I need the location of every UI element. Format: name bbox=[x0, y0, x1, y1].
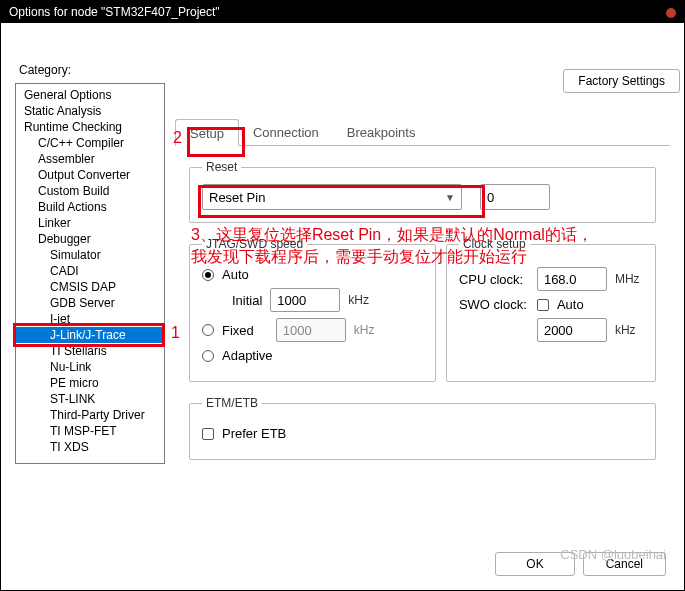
swo-auto-checkbox[interactable] bbox=[537, 299, 549, 311]
swo-clock-label: SWO clock: bbox=[459, 297, 529, 312]
cat-jlink-jtrace[interactable]: J-Link/J-Trace bbox=[16, 327, 164, 343]
initial-unit: kHz bbox=[348, 293, 369, 307]
swo-clock-unit: kHz bbox=[615, 323, 636, 337]
radio-auto[interactable] bbox=[202, 269, 214, 281]
cat-ti-mspfet[interactable]: TI MSP-FET bbox=[16, 423, 164, 439]
reset-type-select[interactable]: Reset Pin ▼ bbox=[202, 184, 462, 210]
radio-auto-label: Auto bbox=[222, 267, 249, 282]
radio-fixed-label: Fixed bbox=[222, 323, 254, 338]
cat-ijet[interactable]: I-jet bbox=[16, 311, 164, 327]
cat-build-actions[interactable]: Build Actions bbox=[16, 199, 164, 215]
category-list[interactable]: General Options Static Analysis Runtime … bbox=[15, 83, 165, 464]
cat-cpp-compiler[interactable]: C/C++ Compiler bbox=[16, 135, 164, 151]
cat-ti-stellaris[interactable]: TI Stellaris bbox=[16, 343, 164, 359]
reset-value-input[interactable]: 0 bbox=[480, 184, 550, 210]
tab-setup[interactable]: Setup bbox=[175, 119, 239, 146]
reset-group: Reset Reset Pin ▼ 0 bbox=[189, 160, 656, 223]
fixed-input: 1000 bbox=[276, 318, 346, 342]
options-dialog: Options for node "STM32F407_Project" Fac… bbox=[0, 0, 685, 591]
prefer-etb-label: Prefer ETB bbox=[222, 426, 286, 441]
cat-cadi[interactable]: CADI bbox=[16, 263, 164, 279]
swo-auto-label: Auto bbox=[557, 297, 584, 312]
cat-pemicro[interactable]: PE micro bbox=[16, 375, 164, 391]
radio-adaptive[interactable] bbox=[202, 350, 214, 362]
jtag-speed-group: JTAG/SWD speed Auto Initial 1000 kHz bbox=[189, 237, 436, 382]
jtag-legend: JTAG/SWD speed bbox=[202, 237, 307, 251]
fixed-unit: kHz bbox=[354, 323, 375, 337]
cat-runtime-checking[interactable]: Runtime Checking bbox=[16, 119, 164, 135]
cat-static-analysis[interactable]: Static Analysis bbox=[16, 103, 164, 119]
cat-ti-xds[interactable]: TI XDS bbox=[16, 439, 164, 455]
cat-debugger[interactable]: Debugger bbox=[16, 231, 164, 247]
cat-custom-build[interactable]: Custom Build bbox=[16, 183, 164, 199]
watermark: CSDN @luobeihai bbox=[560, 547, 666, 562]
cat-assembler[interactable]: Assembler bbox=[16, 151, 164, 167]
reset-type-value: Reset Pin bbox=[209, 190, 265, 205]
cat-general-options[interactable]: General Options bbox=[16, 87, 164, 103]
content-area: Factory Settings Category: General Optio… bbox=[1, 23, 684, 590]
settings-panel: Setup Connection Breakpoints Reset Reset… bbox=[175, 83, 670, 464]
radio-fixed[interactable] bbox=[202, 324, 214, 336]
cpu-clock-unit: MHz bbox=[615, 272, 640, 286]
window-title: Options for node "STM32F407_Project" bbox=[9, 5, 220, 19]
cat-linker[interactable]: Linker bbox=[16, 215, 164, 231]
reset-legend: Reset bbox=[202, 160, 241, 174]
prefer-etb-checkbox[interactable] bbox=[202, 428, 214, 440]
radio-adaptive-label: Adaptive bbox=[222, 348, 273, 363]
close-icon[interactable] bbox=[666, 8, 676, 18]
cpu-clock-input[interactable]: 168.0 bbox=[537, 267, 607, 291]
titlebar: Options for node "STM32F407_Project" bbox=[1, 1, 684, 23]
etm-legend: ETM/ETB bbox=[202, 396, 262, 410]
clock-setup-group: Clock setup CPU clock: 168.0 MHz SWO clo… bbox=[446, 237, 656, 382]
cat-third-party[interactable]: Third-Party Driver bbox=[16, 407, 164, 423]
clock-legend: Clock setup bbox=[459, 237, 530, 251]
initial-input[interactable]: 1000 bbox=[270, 288, 340, 312]
cat-simulator[interactable]: Simulator bbox=[16, 247, 164, 263]
tab-connection[interactable]: Connection bbox=[239, 119, 333, 145]
cpu-clock-label: CPU clock: bbox=[459, 272, 529, 287]
cat-output-converter[interactable]: Output Converter bbox=[16, 167, 164, 183]
cat-stlink[interactable]: ST-LINK bbox=[16, 391, 164, 407]
tabs: Setup Connection Breakpoints bbox=[175, 119, 670, 146]
tab-breakpoints[interactable]: Breakpoints bbox=[333, 119, 430, 145]
cat-cmsis-dap[interactable]: CMSIS DAP bbox=[16, 279, 164, 295]
chevron-down-icon: ▼ bbox=[445, 192, 455, 203]
initial-label: Initial bbox=[232, 293, 262, 308]
etm-etb-group: ETM/ETB Prefer ETB bbox=[189, 396, 656, 460]
cat-gdb-server[interactable]: GDB Server bbox=[16, 295, 164, 311]
swo-clock-input[interactable]: 2000 bbox=[537, 318, 607, 342]
cat-nulink[interactable]: Nu-Link bbox=[16, 359, 164, 375]
